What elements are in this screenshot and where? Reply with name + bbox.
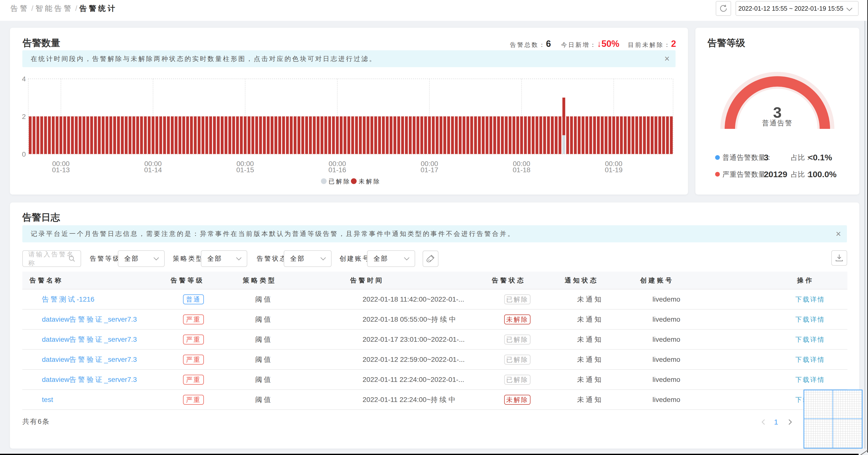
svg-text:01-13: 01-13 <box>52 166 70 174</box>
svg-text:4: 4 <box>22 75 26 83</box>
svg-text:未解除: 未解除 <box>359 178 381 185</box>
svg-text:已解除: 已解除 <box>329 178 351 185</box>
svg-text:普通告警: 普通告警 <box>762 119 793 127</box>
svg-text:01-15: 01-15 <box>236 166 254 174</box>
svg-text:0: 0 <box>22 151 26 158</box>
svg-text:20129: 20129 <box>764 169 787 179</box>
svg-text:01-14: 01-14 <box>144 166 162 174</box>
svg-text:3: 3 <box>764 153 769 162</box>
svg-text:100.0%: 100.0% <box>808 169 837 179</box>
svg-text:01-18: 01-18 <box>513 166 530 174</box>
svg-text:3: 3 <box>773 104 781 121</box>
svg-text:<0.1%: <0.1% <box>808 153 832 162</box>
svg-text:01-17: 01-17 <box>421 166 438 174</box>
svg-text:01-19: 01-19 <box>605 166 623 174</box>
svg-text:01-16: 01-16 <box>328 166 346 174</box>
svg-text:2: 2 <box>22 113 26 121</box>
